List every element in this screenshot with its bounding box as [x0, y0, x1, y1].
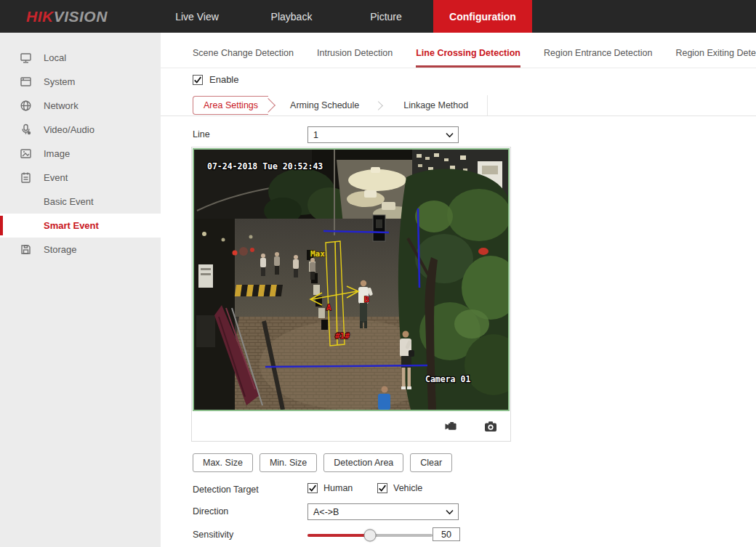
window-icon [20, 76, 32, 88]
sidebar-item-label: Smart Event [44, 220, 99, 231]
target-option-human: Human [307, 483, 353, 493]
line-row: Line 1 [193, 126, 756, 144]
sidebar-item-label: System [44, 76, 75, 87]
target-option-vehicle: Vehicle [377, 483, 422, 493]
logo-vision: VISION [54, 8, 108, 25]
tab-region-entrance-detection[interactable]: Region Entrance Detection [544, 48, 652, 68]
sidebar-item-label: Event [44, 172, 68, 183]
sidebar-item-smart-event[interactable]: Smart Event [0, 214, 161, 238]
sidebar-item-label: Network [44, 100, 79, 111]
subtab-area-settings[interactable]: Area Settings [193, 96, 268, 115]
sidebar-item-video-audio[interactable]: Video/Audio [0, 118, 161, 142]
sensitivity-slider[interactable] [307, 534, 433, 537]
slider-thumb[interactable] [364, 530, 377, 542]
microphone-icon [20, 123, 32, 136]
vehicle-checkbox[interactable] [377, 483, 387, 493]
human-checkbox[interactable] [307, 483, 318, 493]
nav-configuration[interactable]: Configuration [433, 0, 532, 33]
tab-intrusion-detection[interactable]: Intrusion Detection [317, 48, 393, 68]
chevron-right-icon [374, 101, 383, 110]
drawing-toolbar: Max. Size Min. Size Detection Area Clear [193, 453, 452, 472]
sidebar-item-event[interactable]: Event [0, 166, 161, 190]
nav-picture[interactable]: Picture [339, 0, 433, 33]
enable-row: Enable [193, 74, 238, 85]
sensitivity-row: Sensitivity [193, 527, 756, 543]
sidebar-item-label: Video/Audio [44, 124, 94, 135]
hikvision-logo: HIKVISION [0, 0, 150, 33]
configuration-panel: Scene Change Detection Intrusion Detecti… [161, 33, 756, 547]
min-size-button[interactable]: Min. Size [260, 453, 317, 472]
slider-fill [307, 534, 370, 537]
checkmark-icon [308, 484, 317, 493]
subtab-arming-schedule[interactable]: Arming Schedule [280, 97, 369, 114]
side-b-label: B [364, 295, 369, 304]
direction-select-value: A<->B [313, 507, 339, 517]
image-icon [20, 147, 32, 160]
camera-name-overlay: Camera 01 [425, 374, 470, 384]
top-nav-bar: HIKVISION Live View Playback Picture Con… [0, 0, 756, 33]
sidebar: Local System Network Video/Audio Image E… [0, 33, 161, 547]
max-size-button[interactable]: Max. Size [193, 453, 253, 472]
nav-playback[interactable]: Playback [244, 0, 339, 33]
line-label: Line [193, 129, 210, 139]
enable-label: Enable [209, 74, 238, 85]
sidebar-item-label: Storage [44, 244, 77, 255]
checkmark-icon [378, 484, 387, 493]
sensitivity-label: Sensitivity [193, 530, 233, 540]
video-toolbar [192, 412, 510, 441]
direction-label: Direction [193, 506, 228, 516]
direction-row: Direction A<->B [193, 503, 756, 521]
max-size-label: Max [310, 249, 325, 259]
sidebar-item-local[interactable]: Local [0, 46, 161, 70]
sidebar-item-system[interactable]: System [0, 70, 161, 94]
direction-select[interactable]: A<->B [307, 503, 459, 520]
enable-checkbox[interactable] [193, 75, 203, 85]
video-panel: 07-24-2018 Tue 20:52:43 Camera 01 Max A … [191, 147, 511, 442]
detection-tab-strip: Scene Change Detection Intrusion Detecti… [161, 33, 756, 68]
line-id-label: #1# [335, 331, 350, 341]
globe-icon [20, 100, 32, 112]
sidebar-item-basic-event[interactable]: Basic Event [0, 190, 161, 214]
camera-scene: 07-24-2018 Tue 20:52:43 Camera 01 Max A … [194, 150, 508, 410]
detection-target-row: Detection Target Human Vehicle [193, 483, 756, 496]
tab-region-exiting-detection[interactable]: Region Exiting Detection [675, 48, 756, 68]
line-select-value: 1 [313, 130, 318, 140]
subtab-linkage-method[interactable]: Linkage Method [393, 97, 478, 114]
calendar-icon [20, 171, 32, 184]
detection-target-label: Detection Target [193, 485, 259, 495]
timestamp-overlay: 07-24-2018 Tue 20:52:43 [207, 161, 323, 171]
hazard-stripes [235, 285, 283, 296]
sidebar-item-label: Basic Event [44, 196, 94, 207]
snapshot-camera-icon[interactable] [484, 421, 497, 432]
human-label: Human [323, 483, 353, 493]
chevron-down-icon [446, 132, 454, 137]
tab-scene-change-detection[interactable]: Scene Change Detection [193, 48, 294, 68]
vehicle-label: Vehicle [393, 483, 422, 493]
video-preview-canvas[interactable]: 07-24-2018 Tue 20:52:43 Camera 01 Max A … [193, 148, 510, 411]
record-video-icon[interactable] [444, 421, 458, 432]
clear-button[interactable]: Clear [410, 453, 452, 472]
nav-live-view[interactable]: Live View [150, 0, 244, 33]
tab-line-crossing-detection[interactable]: Line Crossing Detection [416, 48, 520, 68]
sensitivity-input[interactable] [433, 527, 460, 541]
disk-icon [20, 243, 32, 256]
line-select[interactable]: 1 [307, 126, 459, 143]
sidebar-item-label: Image [44, 148, 70, 159]
chevron-down-icon [446, 509, 454, 514]
sidebar-item-label: Local [44, 52, 66, 63]
settings-sub-tab-strip: Area Settings Arming Schedule Linkage Me… [161, 95, 756, 116]
sub-tab-divider [487, 95, 488, 116]
sidebar-item-network[interactable]: Network [0, 94, 161, 118]
checkmark-icon [193, 76, 202, 84]
sidebar-item-storage[interactable]: Storage [0, 238, 161, 262]
monitor-icon [20, 52, 32, 64]
logo-hik: HIK [26, 8, 54, 25]
detection-area-button[interactable]: Detection Area [323, 453, 403, 472]
sidebar-item-image[interactable]: Image [0, 142, 161, 166]
side-a-label: A [326, 303, 331, 312]
